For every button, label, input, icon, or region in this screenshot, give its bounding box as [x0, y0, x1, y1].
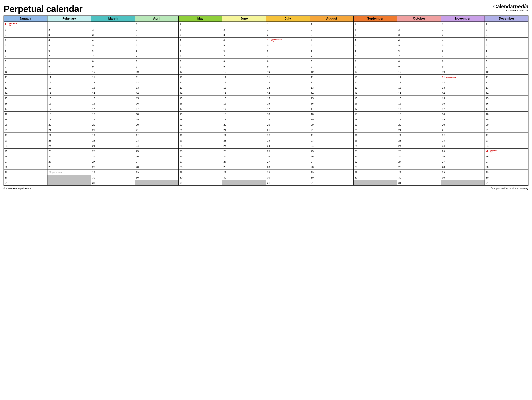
day-cell: 12 [354, 80, 397, 85]
day-number: 18 [92, 113, 95, 116]
day-number: 25 [136, 150, 139, 153]
day-cell: 29 [4, 170, 47, 175]
day-cell: 23 [91, 138, 135, 143]
day-cell: 29 [441, 170, 485, 175]
day-cell: 27 [4, 159, 47, 164]
day-cell: 11 [91, 74, 135, 80]
day-number: 17 [5, 107, 8, 110]
day-number: 19 [92, 118, 95, 121]
day-cell: 21 [485, 127, 528, 133]
page-title: Perpetual calendar [4, 4, 82, 14]
day-cell: 28 [222, 164, 266, 170]
day-cell: 11 [178, 74, 222, 80]
day-cell: 19 [266, 117, 310, 122]
day-number: 4 [180, 39, 183, 42]
day-cell: 20 [354, 122, 397, 127]
day-cell: 14 [178, 90, 222, 96]
day-number: 26 [5, 155, 8, 158]
day-cell: 18 [135, 111, 178, 117]
day-number: 19 [442, 118, 445, 121]
day-cell: 17 [354, 106, 397, 111]
day-cell: 22 [91, 133, 135, 138]
day-cell: 1 [135, 22, 178, 27]
day-number: 3 [486, 33, 489, 36]
day-number: 4 [355, 39, 358, 42]
day-number: 16 [223, 102, 227, 105]
day-cell: 26 [135, 154, 178, 159]
day-cell: 15 [310, 96, 354, 101]
day-number: 13 [5, 86, 8, 89]
day-cell: 29 [397, 170, 441, 175]
day-cell: 29 [310, 170, 354, 175]
day-number: 19 [136, 118, 139, 121]
day-cell: 25Christmas Day [485, 148, 528, 154]
day-number: 17 [442, 107, 445, 110]
day-number: 26 [136, 155, 139, 158]
day-cell: 9 [4, 64, 47, 69]
day-cell: 23 [266, 138, 310, 143]
day-number: 10 [355, 70, 358, 73]
day-number: 26 [355, 155, 358, 158]
day-cell: 13 [485, 85, 528, 90]
day-cell: 22 [354, 133, 397, 138]
day-cell: 14 [47, 90, 91, 96]
day-cell: 20 [485, 122, 528, 127]
day-number: 30 [442, 176, 445, 179]
day-number: 10 [442, 70, 445, 73]
day-number: 8 [223, 60, 227, 63]
day-cell: 26 [441, 154, 485, 159]
day-cell: 14 [441, 90, 485, 96]
month-header: July [266, 16, 310, 22]
day-number: 6 [311, 49, 314, 52]
day-cell: 26 [310, 154, 354, 159]
day-number: 7 [92, 55, 95, 57]
day-number: 17 [267, 107, 270, 110]
day-number: 16 [5, 102, 8, 105]
day-number: 3 [5, 33, 8, 36]
day-row: 121212121212121212121212 [4, 80, 528, 85]
day-number: 10 [136, 70, 139, 73]
day-number: 23 [267, 139, 270, 142]
day-number: 16 [311, 102, 314, 105]
day-number: 13 [311, 86, 314, 89]
day-number: 26 [92, 155, 95, 158]
day-cell: 28 [47, 164, 91, 170]
day-number: 14 [442, 92, 445, 94]
day-number: 31 [180, 181, 183, 184]
day-cell: 23 [178, 138, 222, 143]
day-number: 27 [398, 160, 401, 163]
day-cell: 3 [266, 32, 310, 37]
day-cell: 3 [178, 32, 222, 37]
day-number: 4 [92, 39, 95, 42]
day-number: 16 [49, 102, 52, 105]
day-number: 11 [5, 76, 8, 79]
holiday-label: Veterans Day [446, 76, 456, 78]
day-number: 11 [49, 76, 52, 79]
day-cell: 5 [178, 43, 222, 48]
day-number: 1 [267, 23, 270, 26]
day-cell: 2 [485, 27, 528, 32]
day-cell: 29 [485, 170, 528, 175]
month-header: December [485, 16, 528, 22]
day-cell: 10 [266, 69, 310, 74]
day-number: 2 [311, 28, 314, 31]
day-cell: 9 [47, 64, 91, 69]
day-number: 22 [398, 134, 401, 137]
day-cell: 30 [354, 175, 397, 180]
day-number: 27 [486, 160, 489, 163]
holiday-label: Christmas Day [490, 150, 500, 153]
day-number: 15 [180, 97, 183, 100]
day-number: 27 [311, 160, 314, 163]
day-number: 22 [223, 134, 227, 137]
day-cell: 5 [266, 43, 310, 48]
day-cell: 8 [266, 59, 310, 64]
day-number: 29 [486, 171, 489, 174]
day-cell: 17 [178, 106, 222, 111]
day-cell: 24 [135, 143, 178, 148]
day-row: 1111111111111111111111Veterans Day11 [4, 74, 528, 80]
day-cell: 18 [91, 111, 135, 117]
day-cell: 24 [441, 143, 485, 148]
day-cell: 29(2016, 2020) [47, 170, 91, 175]
day-cell: 20 [397, 122, 441, 127]
day-cell: 15 [222, 96, 266, 101]
